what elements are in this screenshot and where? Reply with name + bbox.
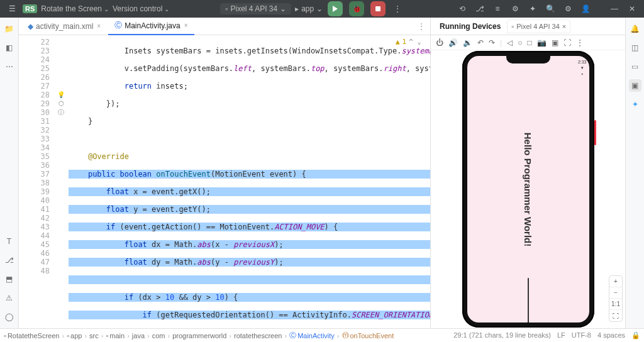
run-button[interactable] bbox=[328, 1, 343, 16]
editor-area: ◆activity_main.xml× ⒸMainActivity.java× … bbox=[19, 18, 430, 328]
vcs-tool-icon[interactable]: ⎇ bbox=[3, 254, 16, 267]
overview-icon[interactable]: □ bbox=[527, 38, 531, 47]
bulb-icon[interactable]: 💡 bbox=[53, 91, 69, 99]
project-tool-icon[interactable]: 📁 bbox=[3, 23, 16, 35]
crumb-pkg[interactable]: programmerworld bbox=[172, 332, 226, 339]
crumb-root[interactable]: ▫ RotatetheScreen bbox=[4, 332, 59, 339]
device-more-icon[interactable]: ⋮ bbox=[576, 38, 584, 47]
main: 📁 ◧ ⋯ T ⎇ ⬒ ⚠ ◯ ◆activity_main.xml× ⒸMai… bbox=[0, 18, 644, 328]
flutter-icon[interactable]: ✦ bbox=[629, 98, 641, 111]
topbar: ☰ RS Rotate the Screen Version control ▫… bbox=[0, 0, 644, 18]
crumb-app[interactable]: ▫ app bbox=[67, 332, 82, 339]
run-config-selector[interactable]: ▸ app ⌄ bbox=[295, 4, 323, 13]
crumb-src[interactable]: src bbox=[89, 332, 99, 339]
more-tools-icon[interactable]: ⋯ bbox=[3, 60, 16, 73]
device-toolbar: ⏻ 🔊 🔉 ↶ ↷ | ◁ ○ □ 📷 ▣ ⛶ ⋮ bbox=[431, 35, 625, 50]
terminal-icon[interactable]: T bbox=[3, 235, 16, 248]
nav-line bbox=[528, 278, 529, 323]
todo-icon[interactable]: ◯ bbox=[3, 311, 16, 323]
crumb-class[interactable]: Ⓒ MainActivity bbox=[289, 331, 335, 340]
power-button bbox=[594, 120, 596, 145]
override-icon[interactable]: ⬡ ⓘ bbox=[53, 99, 69, 108]
running-devices-title[interactable]: Running Devices bbox=[436, 18, 504, 35]
phone-screen[interactable]: 2:33▾▪ Hello Programmer World! bbox=[467, 56, 589, 323]
zoom-controls: + − 1:1 ⛶ bbox=[609, 275, 623, 322]
rotright-icon[interactable]: ↷ bbox=[489, 38, 495, 47]
right-panel: Running Devices ▫ Pixel 4 API 34 × ⏻ 🔊 🔉… bbox=[430, 18, 625, 328]
device-selector[interactable]: ▫ Pixel 4 API 34 ⌄ bbox=[220, 3, 291, 14]
home-icon[interactable]: ○ bbox=[518, 38, 522, 47]
tabs-more-icon[interactable]: ⋮ bbox=[418, 22, 425, 31]
code-content[interactable]: Insets systemBars = insets.getInsets(Win… bbox=[69, 35, 430, 328]
profiler-icon[interactable]: ✦ bbox=[526, 2, 540, 16]
notifications-icon[interactable]: 🔔 bbox=[629, 23, 641, 35]
gradle-panel-icon[interactable]: ◫ bbox=[629, 41, 641, 54]
gutter: 2223242526272829303132333435363738394041… bbox=[19, 35, 53, 328]
power-icon[interactable]: ⏻ bbox=[436, 38, 443, 47]
status-bar: 29:1 (721 chars, 19 line breaks) LF UTF-… bbox=[453, 331, 640, 339]
minimize-icon[interactable]: — bbox=[608, 2, 621, 16]
project-badge: RS bbox=[23, 4, 37, 13]
device-manager-icon[interactable]: ▭ bbox=[629, 60, 641, 73]
encoding[interactable]: UTF-8 bbox=[572, 331, 591, 339]
crumb-main[interactable]: ▫ main bbox=[106, 332, 125, 339]
crumb-java[interactable]: java bbox=[132, 332, 145, 339]
editor-tabs: ◆activity_main.xml× ⒸMainActivity.java× … bbox=[19, 18, 430, 35]
settings-icon[interactable]: ⚙ bbox=[561, 2, 575, 16]
gutter-icons: 💡 ⬡ ⓘ bbox=[53, 35, 69, 328]
resource-icon[interactable]: ◧ bbox=[3, 41, 16, 54]
crumb-pkg2[interactable]: rotatethescreen bbox=[234, 332, 282, 339]
git-icon[interactable]: ⎇ bbox=[473, 2, 487, 16]
device-view: 2:33▾▪ Hello Programmer World! + − 1:1 ⛶ bbox=[431, 50, 625, 328]
problems-icon[interactable]: ⚠ bbox=[3, 292, 16, 304]
crumb-method[interactable]: ⓜ onTouchEvent bbox=[342, 331, 394, 340]
screenshot-icon[interactable]: 📷 bbox=[537, 38, 547, 47]
vcs-dropdown[interactable]: Version control bbox=[113, 4, 169, 13]
indent[interactable]: 4 spaces bbox=[597, 331, 625, 339]
readonly-icon[interactable]: 🔒 bbox=[631, 331, 640, 339]
left-rail: 📁 ◧ ⋯ T ⎇ ⬒ ⚠ ◯ bbox=[0, 18, 19, 328]
extend-icon[interactable]: ⛶ bbox=[564, 38, 571, 47]
inspection-badge[interactable]: ▲ 1 ^ ⌄ bbox=[396, 38, 421, 47]
volup-icon[interactable]: 🔊 bbox=[448, 38, 458, 47]
hamburger-icon[interactable]: ☰ bbox=[5, 2, 19, 16]
search-icon[interactable]: 🔍 bbox=[543, 2, 557, 16]
running-devices-tabs: Running Devices ▫ Pixel 4 API 34 × bbox=[431, 18, 625, 35]
structure-icon[interactable]: ≡ bbox=[491, 2, 504, 16]
status-icons: 2:33▾▪ bbox=[578, 60, 587, 76]
more-icon[interactable]: ⋮ bbox=[391, 2, 404, 16]
emulator-icon[interactable]: ▣ bbox=[629, 79, 641, 92]
line-ending[interactable]: LF bbox=[557, 331, 565, 339]
zoom-full-button[interactable]: ⛶ bbox=[609, 310, 622, 321]
voldown-icon[interactable]: 🔉 bbox=[463, 38, 472, 47]
crumb-com[interactable]: com bbox=[152, 332, 165, 339]
caret-position[interactable]: 29:1 (721 chars, 19 line breaks) bbox=[453, 331, 551, 339]
account-icon[interactable]: 👤 bbox=[579, 2, 592, 16]
zoom-out-button[interactable]: − bbox=[609, 287, 622, 299]
build-icon[interactable]: ⬒ bbox=[3, 273, 16, 285]
sync-icon[interactable]: ⟲ bbox=[455, 2, 469, 16]
stop-button[interactable] bbox=[370, 1, 386, 16]
tab-activity-main[interactable]: ◆activity_main.xml× bbox=[21, 18, 107, 35]
tab-main-activity[interactable]: ⒸMainActivity.java× bbox=[108, 18, 194, 35]
project-dropdown[interactable]: Rotate the Screen bbox=[41, 4, 109, 13]
hello-text: Hello Programmer World! bbox=[523, 132, 533, 246]
crop-icon[interactable]: ▣ bbox=[552, 38, 558, 47]
phone-frame: 2:33▾▪ Hello Programmer World! bbox=[462, 51, 594, 328]
zoom-fit-button[interactable]: 1:1 bbox=[609, 299, 622, 310]
device-tab[interactable]: ▫ Pixel 4 API 34 × bbox=[507, 19, 570, 33]
debug-button[interactable]: 🐞 bbox=[349, 1, 364, 16]
breadcrumb-bar: ▫ RotatetheScreen› ▫ app› src› ▫ main› j… bbox=[0, 328, 644, 342]
notch bbox=[506, 56, 550, 63]
gradle-icon[interactable]: ⚙ bbox=[508, 2, 522, 16]
code-editor[interactable]: ▲ 1 ^ ⌄ 22232425262728293031323334353637… bbox=[19, 35, 430, 328]
right-rail: 🔔 ◫ ▭ ▣ ✦ bbox=[625, 18, 644, 328]
rotleft-icon[interactable]: ↶ bbox=[477, 38, 484, 47]
back-icon[interactable]: ◁ bbox=[507, 38, 513, 47]
close-icon[interactable]: ✕ bbox=[625, 2, 639, 16]
zoom-in-button[interactable]: + bbox=[609, 276, 622, 287]
